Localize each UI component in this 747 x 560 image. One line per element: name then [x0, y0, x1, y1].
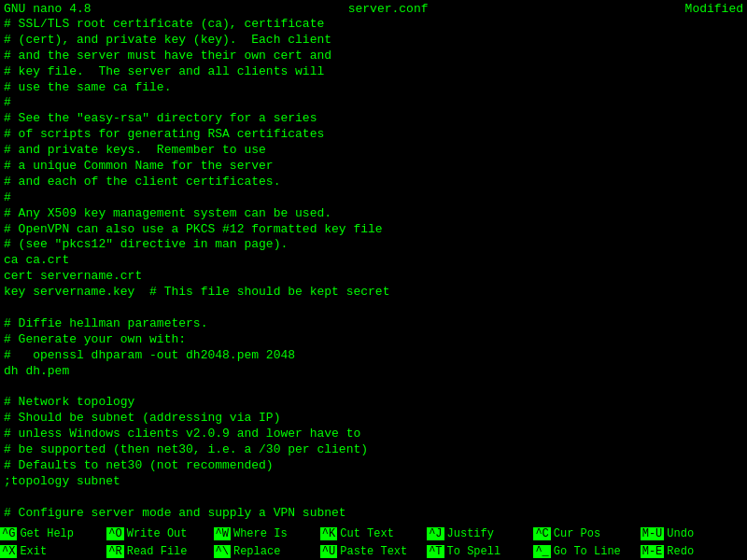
editor-line: # SSL/TLS root certificate (ca), certifi… — [4, 17, 743, 33]
editor-line — [4, 490, 743, 506]
bottom-label: Write Out — [124, 527, 188, 540]
editor-line: # unless Windows clients v2.0.9 and lowe… — [4, 427, 743, 442]
editor-line: # openssl dhparam -out dh2048.pem 2048 — [4, 348, 743, 364]
editor-line: # key file. The server and all clients w… — [4, 64, 743, 80]
bottom-key: ^J — [427, 527, 444, 540]
bottom-key: M-U — [641, 527, 665, 540]
editor-line: # and each of the client certificates. — [4, 175, 743, 190]
bottom-key: ^G — [0, 527, 17, 540]
bottom-bar: ^GGet Help^OWrite Out^WWhere Is^KCut Tex… — [0, 525, 747, 560]
bottom-label: Where Is — [231, 527, 288, 540]
bottom-row-2: ^XExit^RRead File^\Replace^UPaste Text^T… — [0, 542, 747, 560]
bottom-item[interactable]: ^GGet Help — [0, 525, 106, 542]
editor-line: ca ca.crt — [4, 253, 743, 269]
filename: server.conf — [348, 2, 429, 16]
bottom-item[interactable]: ^\Replace — [214, 542, 320, 560]
bottom-label: Replace — [231, 545, 280, 558]
bottom-item[interactable]: ^XExit — [0, 542, 106, 560]
bottom-item[interactable]: ^UPaste Text — [320, 542, 427, 560]
bottom-item[interactable]: M-ERedo — [641, 542, 747, 560]
bottom-label: Redo — [664, 545, 694, 558]
app-title: GNU nano 4.8 — [4, 2, 92, 16]
editor-line: # use the same ca file. — [4, 80, 743, 96]
bottom-item[interactable]: ^CCur Pos — [533, 525, 640, 542]
modified-status: Modified — [685, 2, 743, 16]
editor-line: cert servername.crt — [4, 269, 743, 285]
bottom-key: ^X — [0, 545, 17, 558]
editor-line: # (cert), and private key (key). Each cl… — [4, 33, 743, 49]
editor-line: # — [4, 95, 743, 111]
editor-line: ;topology subnet — [4, 474, 743, 490]
bottom-item[interactable]: ^OWrite Out — [106, 525, 213, 542]
editor-line: # Defaults to net30 (not recommended) — [4, 458, 743, 474]
editor-line: # (see "pkcs12" directive in man page). — [4, 237, 743, 253]
editor-line: key servername.key # This file should be… — [4, 285, 743, 301]
editor-line: # of scripts for generating RSA certific… — [4, 127, 743, 143]
bottom-item[interactable]: ^KCut Text — [320, 525, 427, 542]
bottom-key: ^K — [320, 527, 337, 540]
editor-line: # Generate your own with: — [4, 332, 743, 348]
bottom-item[interactable]: ^_Go To Line — [533, 542, 640, 560]
editor-line — [4, 379, 743, 395]
bottom-key: ^\ — [214, 545, 231, 558]
bottom-key: ^_ — [533, 545, 550, 558]
bottom-key: ^W — [214, 527, 231, 540]
editor-line: # and the server must have their own cer… — [4, 49, 743, 64]
editor-line: # Diffie hellman parameters. — [4, 316, 743, 332]
editor-line: # OpenVPN can also use a PKCS #12 format… — [4, 222, 743, 238]
editor-line: # — [4, 190, 743, 206]
editor-line: # Network topology — [4, 395, 743, 411]
bottom-key: ^C — [533, 527, 550, 540]
bottom-label: Undo — [664, 527, 694, 540]
editor-line: dh dh.pem — [4, 364, 743, 380]
editor-line: # be supported (then net30, i.e. a /30 p… — [4, 442, 743, 458]
bottom-row-1: ^GGet Help^OWrite Out^WWhere Is^KCut Tex… — [0, 525, 747, 542]
editor-line: # See the "easy-rsa" directory for a ser… — [4, 111, 743, 127]
bottom-key: ^O — [106, 527, 123, 540]
bottom-key: M-E — [641, 545, 665, 558]
editor-line: # Configure server mode and supply a VPN… — [4, 506, 743, 522]
bottom-label: Cur Pos — [551, 527, 600, 540]
editor-line: # and private keys. Remember to use — [4, 143, 743, 159]
bottom-key: ^U — [320, 545, 337, 558]
bottom-label: To Spell — [444, 545, 501, 558]
bottom-item[interactable]: M-UUndo — [641, 525, 747, 542]
bottom-label: Justify — [444, 527, 494, 540]
bottom-label: Read File — [124, 545, 188, 558]
bottom-key: ^R — [106, 545, 123, 558]
bottom-label: Exit — [17, 545, 47, 558]
editor-line — [4, 301, 743, 316]
editor-line: # Any X509 key management system can be … — [4, 206, 743, 222]
bottom-item[interactable]: ^WWhere Is — [214, 525, 320, 542]
top-bar: GNU nano 4.8 server.conf Modified — [0, 0, 747, 17]
bottom-label: Go To Line — [551, 545, 621, 558]
bottom-item[interactable]: ^RRead File — [106, 542, 213, 560]
editor-line: # a unique Common Name for the server — [4, 159, 743, 175]
editor-area[interactable]: # SSL/TLS root certificate (ca), certifi… — [0, 17, 747, 525]
bottom-label: Paste Text — [337, 545, 407, 558]
bottom-label: Get Help — [17, 527, 74, 540]
bottom-label: Cut Text — [337, 527, 394, 540]
bottom-item[interactable]: ^JJustify — [427, 525, 533, 542]
bottom-key: ^T — [427, 545, 444, 558]
bottom-item[interactable]: ^TTo Spell — [427, 542, 533, 560]
editor-line: # Should be subnet (addressing via IP) — [4, 411, 743, 427]
